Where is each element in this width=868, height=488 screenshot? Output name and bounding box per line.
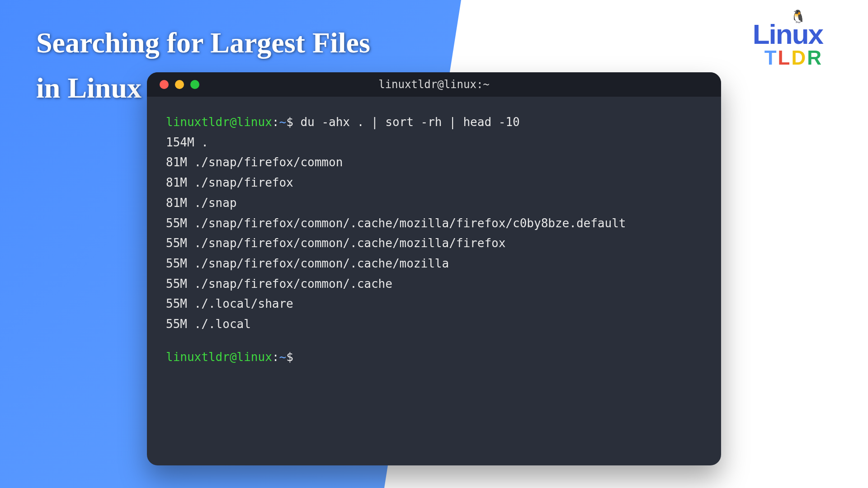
output-line: 55M ./.local — [166, 314, 702, 334]
output-line: 55M ./.local/share — [166, 294, 702, 314]
output-line: 55M ./snap/firefox/common/.cache/mozilla… — [166, 233, 702, 253]
output-line: 55M ./snap/firefox/common/.cache/mozilla — [166, 253, 702, 274]
terminal-title: linuxtldr@linux:~ — [378, 78, 490, 91]
output-line: 55M ./snap/firefox/common/.cache/mozilla… — [166, 213, 702, 234]
output-line: 55M ./snap/firefox/common/.cache — [166, 274, 702, 294]
terminal-window: linuxtldr@linux:~ linuxtldr@linux:~$ du … — [147, 72, 721, 465]
minimize-icon[interactable] — [175, 80, 184, 89]
prompt-path: ~ — [279, 115, 286, 129]
logo-block: 🐧 Linux TLDR — [753, 18, 823, 69]
output-line: 81M ./snap/firefox — [166, 173, 702, 193]
output-line: 81M ./snap/firefox/common — [166, 152, 702, 173]
prompt-user-host: linuxtldr@linux — [166, 350, 272, 364]
prompt-colon: : — [272, 115, 279, 129]
logo-linux-text: 🐧 Linux — [753, 18, 823, 50]
command-text: du -ahx . | sort -rh | head -10 — [300, 115, 519, 129]
terminal-titlebar: linuxtldr@linux:~ — [147, 72, 721, 97]
prompt-dollar: $ — [286, 115, 293, 129]
maximize-icon[interactable] — [190, 80, 199, 89]
prompt-colon: : — [272, 350, 279, 364]
output-line: 154M . — [166, 132, 702, 153]
prompt-line-2: linuxtldr@linux:~$ — [166, 347, 702, 367]
prompt-path: ~ — [279, 350, 286, 364]
output-line: 81M ./snap — [166, 193, 702, 213]
title-line-1: Searching for Largest Files — [36, 25, 370, 61]
terminal-body[interactable]: linuxtldr@linux:~$ du -ahx . | sort -rh … — [147, 97, 721, 383]
penguin-icon: 🐧 — [790, 9, 805, 24]
prompt-dollar: $ — [286, 350, 293, 364]
prompt-user-host: linuxtldr@linux — [166, 115, 272, 129]
close-icon[interactable] — [160, 80, 169, 89]
traffic-lights — [160, 80, 199, 89]
prompt-line-1: linuxtldr@linux:~$ du -ahx . | sort -rh … — [166, 112, 702, 132]
logo-linux-word: Linux — [753, 19, 823, 50]
